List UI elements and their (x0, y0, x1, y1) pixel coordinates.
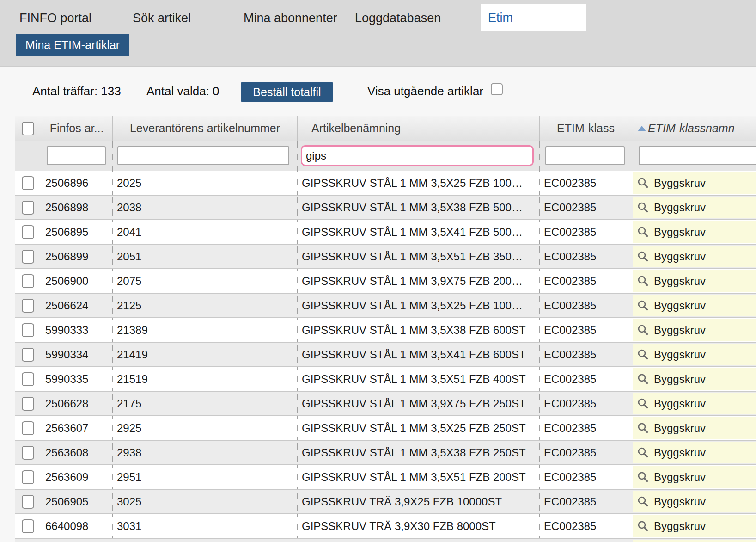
etim-articles-table: Finfos ar... Leverantörens artikelnummer… (15, 116, 756, 542)
etim-class-name-link[interactable]: Byggskruv (633, 368, 756, 390)
cell-supplier-number: 2925 (112, 416, 297, 440)
select-all-checkbox[interactable] (22, 122, 34, 136)
row-checkbox[interactable] (22, 323, 34, 337)
etim-class-name-link[interactable]: Byggskruv (633, 197, 756, 218)
cell-etim-class: EC002385 (539, 171, 632, 195)
column-header-etim-class[interactable]: ETIM-klass (539, 116, 632, 141)
cell-article-name: GIPSSKRUV STÅL 1 MM 3,5X38 FZB 600ST (297, 318, 539, 342)
nav-item-mina-abonnenter[interactable]: Mina abonnenter (244, 11, 337, 25)
cell-etim-class: EC002385 (539, 539, 632, 542)
table-row: 2506900 2075 GIPSSKRUV STÅL 1 MM 3,9X75 … (15, 269, 756, 294)
row-checkbox[interactable] (22, 519, 34, 533)
sort-ascending-icon (638, 126, 646, 131)
nav-tab-etim-active[interactable]: Etim (481, 4, 586, 31)
table-row: 2506895 2041 GIPSSKRUV STÅL 1 MM 3,5X41 … (15, 220, 756, 245)
filter-input-name[interactable] (301, 145, 534, 166)
cell-article-name: GIPSSKRUV STÅL 1 MM 3,5X25 FZB 100… (297, 294, 539, 317)
cell-etim-class: EC002385 (539, 514, 632, 538)
cell-etim-class-name: Byggskruv (632, 539, 756, 542)
show-outgoing-checkbox[interactable] (491, 83, 503, 95)
nav-item-loggdatabasen[interactable]: Loggdatabasen (355, 11, 441, 25)
bestall-totalfil-button[interactable]: Beställ totalfil (241, 82, 333, 102)
cell-finfo-number: 2506895 (41, 220, 112, 244)
row-checkbox[interactable] (22, 470, 34, 484)
cell-etim-class: EC002385 (539, 465, 632, 489)
nav-item-finfo-portal[interactable]: FINFO portal (19, 11, 91, 25)
filter-input-etim-class-name[interactable] (639, 146, 756, 165)
etim-class-name-link[interactable]: Byggskruv (633, 344, 756, 365)
row-checkbox[interactable] (22, 176, 34, 190)
etim-class-name-link[interactable]: Byggskruv (633, 417, 756, 439)
row-checkbox[interactable] (22, 495, 34, 509)
row-select-cell (15, 171, 41, 195)
nav-tab-etim-label: Etim (488, 11, 513, 25)
column-header-etim-class-name[interactable]: ETIM-klassnamn (632, 116, 756, 141)
cell-supplier-number: 2938 (112, 441, 297, 464)
cell-article-name: GIPSSKRUV GIPS 5,2X38 FZB 4000ST (297, 539, 539, 542)
row-checkbox[interactable] (22, 446, 34, 460)
cell-article-name: GIPSSKRUV STÅL 1 MM 3,9X75 FZB 200… (297, 269, 539, 293)
filter-cell-name (297, 141, 539, 171)
row-checkbox[interactable] (22, 274, 34, 288)
filter-input-etim-class[interactable] (545, 146, 625, 165)
column-header-name[interactable]: Artikelbenämning (297, 116, 539, 141)
cell-supplier-number: 21419 (112, 343, 297, 366)
etim-class-name-link[interactable]: Byggskruv (633, 246, 756, 267)
row-checkbox[interactable] (22, 397, 34, 411)
filter-input-finfo[interactable] (47, 146, 106, 165)
nav-item-sok-artikel[interactable]: Sök artikel (133, 11, 191, 25)
row-checkbox[interactable] (22, 348, 34, 362)
row-select-cell (15, 392, 41, 415)
etim-class-name-link[interactable]: Byggskruv (633, 491, 756, 512)
etim-class-name-link[interactable]: Byggskruv (633, 172, 756, 194)
cell-supplier-number: 3031 (112, 514, 297, 538)
mina-etim-artiklar-button[interactable]: Mina ETIM-artiklar (16, 34, 129, 56)
etim-class-name-link[interactable]: Byggskruv (633, 466, 756, 488)
header-select-all-cell (15, 116, 41, 141)
etim-class-name-text: Byggskruv (654, 373, 706, 386)
filter-input-supplier[interactable] (117, 146, 289, 165)
etim-class-name-link[interactable]: Byggskruv (633, 515, 756, 537)
etim-class-name-link[interactable]: Byggskruv (633, 270, 756, 292)
cell-etim-class-name: Byggskruv (632, 490, 756, 513)
row-checkbox[interactable] (22, 225, 34, 239)
etim-class-name-link[interactable]: Byggskruv (633, 295, 756, 316)
etim-class-name-link[interactable]: Byggskruv (633, 442, 756, 463)
row-checkbox[interactable] (22, 250, 34, 264)
etim-class-name-link[interactable]: Byggskruv (633, 221, 756, 243)
etim-class-name-text: Byggskruv (654, 446, 706, 459)
table-row: 2506896 2025 GIPSSKRUV STÅL 1 MM 3,5X25 … (15, 171, 756, 196)
cell-etim-class: EC002385 (539, 318, 632, 342)
cell-finfo-number: 2563607 (41, 416, 112, 440)
magnifier-icon (637, 202, 649, 213)
table-row: 2506624 2125 GIPSSKRUV STÅL 1 MM 3,5X25 … (15, 294, 756, 318)
cell-etim-class: EC002385 (539, 294, 632, 317)
cell-supplier-number: 2025 (112, 171, 297, 195)
cell-article-name: GIPSSKRUV STÅL 1 MM 3,5X51 FZB 350… (297, 245, 539, 268)
filter-cell-supplier (112, 141, 297, 171)
magnifier-icon (637, 275, 649, 287)
row-checkbox[interactable] (22, 299, 34, 313)
table-row: 2506905 3025 GIPSSKRUV TRÄ 3,9X25 FZB 10… (15, 490, 756, 514)
cell-finfo-number: 2506898 (41, 196, 112, 219)
cell-etim-class: EC002385 (539, 269, 632, 293)
row-checkbox[interactable] (22, 421, 34, 435)
etim-class-name-link[interactable]: Byggskruv (633, 393, 756, 414)
etim-class-name-link[interactable]: Byggskruv (633, 540, 756, 542)
etim-class-name-text: Byggskruv (654, 495, 706, 508)
etim-class-name-link[interactable]: Byggskruv (633, 319, 756, 341)
table-row: 5990335 21519 GIPSSKRUV STÅL 1 MM 3,5X51… (15, 367, 756, 392)
row-checkbox[interactable] (22, 201, 34, 215)
filter-cell-etim-class-name (632, 141, 756, 171)
row-checkbox[interactable] (22, 372, 34, 386)
cell-supplier-number: 3025 (112, 490, 297, 513)
column-header-supplier[interactable]: Leverantörens artikelnummer (112, 116, 297, 141)
column-header-finfo[interactable]: Finfos ar... (41, 116, 112, 141)
cell-article-name: GIPSSKRUV STÅL 1 MM 3,5X51 FZB 400ST (297, 367, 539, 391)
cell-finfo-number: 2563609 (41, 465, 112, 489)
etim-class-name-text: Byggskruv (654, 250, 706, 263)
table-row: 5990334 21419 GIPSSKRUV STÅL 1 MM 3,5X41… (15, 343, 756, 367)
table-body: 2506896 2025 GIPSSKRUV STÅL 1 MM 3,5X25 … (15, 171, 756, 542)
cell-etim-class-name: Byggskruv (632, 269, 756, 293)
table-filter-row (15, 141, 756, 171)
